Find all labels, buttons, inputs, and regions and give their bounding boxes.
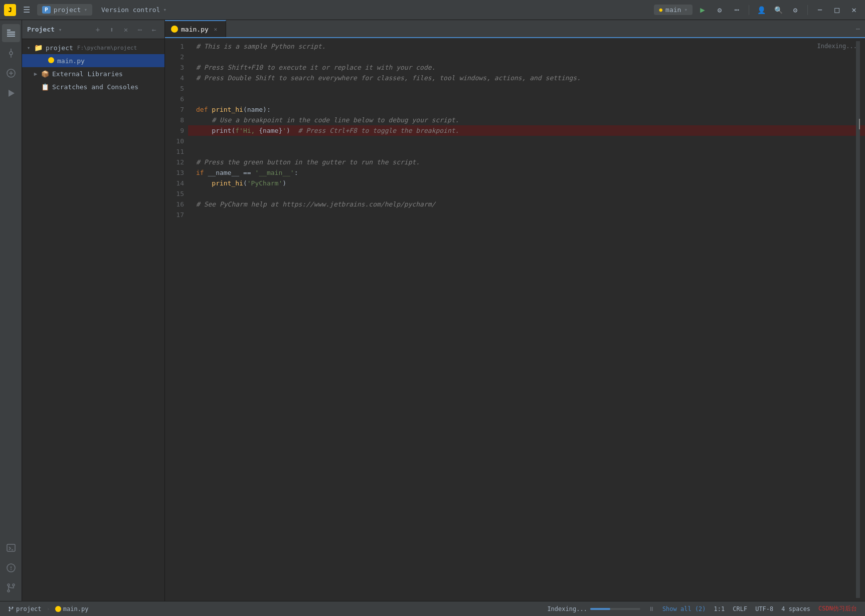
line-num-2: 2: [165, 52, 184, 62]
tree-item-scratches[interactable]: 📋 Scratches and Consoles: [22, 80, 164, 93]
activity-run-icon[interactable]: [2, 84, 20, 102]
hide-panel-button[interactable]: ←: [148, 24, 159, 35]
run-button[interactable]: ▶: [696, 3, 710, 17]
svg-point-18: [13, 584, 15, 586]
code-line-13: if __name__ == '__main__':: [188, 167, 865, 178]
code-line-4: # Press Double Shift to search everywher…: [188, 73, 865, 83]
keyword-def: def: [196, 106, 212, 113]
status-bar: project › main.py Indexing... ⏸ Show all…: [0, 601, 865, 616]
search-everywhere-button[interactable]: 🔍: [771, 3, 785, 17]
comment-9: # Press Ctrl+F8 to toggle the breakpoint…: [298, 127, 459, 134]
more-run-options[interactable]: ⋯: [730, 3, 744, 17]
app-logo: J: [4, 4, 16, 16]
close-panel-button[interactable]: ✕: [120, 24, 131, 35]
line-num-14: 14: [165, 178, 184, 188]
folder-icon: 📁: [34, 44, 43, 52]
title-bar: J ☰ P project ▾ Version control ▾ ● main…: [0, 0, 865, 20]
code-line-8: # Use a breakpoint in the code line belo…: [188, 115, 865, 125]
tab-python-icon: [171, 26, 178, 33]
activity-add-icon[interactable]: [2, 64, 20, 82]
str-main: '__main__': [255, 169, 294, 176]
call-print-hi: print_hi: [212, 179, 243, 187]
code-line-12: # Press the green button in the gutter t…: [188, 157, 865, 167]
tab-more-button[interactable]: ⋯: [851, 20, 865, 37]
comment-1: # This is a sample Python script.: [196, 43, 325, 50]
add-file-button[interactable]: +: [92, 24, 103, 35]
project-name: project: [54, 6, 81, 14]
code-line-6: [188, 94, 865, 104]
run-config-icon: ●: [659, 7, 662, 13]
code-line-1: # This is a sample Python script.: [188, 41, 865, 52]
manage-account-button[interactable]: 👤: [754, 3, 768, 17]
version-control-btn[interactable]: Version control ▾: [96, 4, 171, 16]
no-chevron: [39, 58, 46, 64]
line-num-11: 11: [165, 146, 184, 157]
git-branch-icon: [8, 606, 14, 612]
status-csdn: CSDN仿习后台: [814, 604, 861, 613]
tree-item-project[interactable]: ▾ 📁 project F:\pycharm\project: [22, 41, 164, 54]
svg-marker-10: [9, 90, 15, 97]
activity-git-icon[interactable]: [2, 579, 20, 597]
no-chevron2: [32, 84, 39, 90]
status-encoding[interactable]: UTF-8: [751, 601, 777, 617]
project-panel-chevron: ▾: [59, 27, 62, 33]
svg-rect-0: [7, 30, 11, 31]
status-indent[interactable]: 4 spaces: [777, 601, 814, 617]
debug-button[interactable]: ⚙: [713, 3, 727, 17]
code-line-3: # Press Shift+F10 to execute it or repla…: [188, 62, 865, 73]
colon-13: :: [294, 169, 298, 176]
svg-rect-2: [7, 34, 15, 35]
minimap-scrollbar[interactable]: [856, 41, 860, 598]
close-window-button[interactable]: ✕: [847, 3, 861, 17]
hamburger-menu[interactable]: ☰: [20, 3, 33, 17]
code-line-15: [188, 188, 865, 199]
comment-4: # Press Double Shift to search everywher…: [196, 74, 581, 82]
run-config[interactable]: ● main ▾: [654, 5, 693, 15]
panel-settings-button[interactable]: ⋯: [134, 24, 145, 35]
status-show-all[interactable]: Show all (2): [658, 605, 710, 612]
project-tree: ▾ 📁 project F:\pycharm\project main.py ▶…: [22, 39, 164, 601]
tab-main-py[interactable]: main.py ✕: [165, 20, 226, 37]
scroll-position-marker: [859, 119, 860, 129]
maximize-button[interactable]: □: [830, 3, 844, 17]
project-selector[interactable]: P project ▾: [37, 4, 92, 16]
comment-3: # Press Shift+F10 to execute it or repla…: [196, 64, 435, 71]
activity-terminal-icon[interactable]: [2, 539, 20, 557]
fstring-end: ': [282, 127, 286, 134]
tab-close-button[interactable]: ✕: [212, 25, 220, 33]
status-project[interactable]: project: [4, 601, 46, 617]
code-line-2: [188, 52, 865, 62]
paren-close: ):: [263, 106, 271, 113]
eq-13: ==: [239, 169, 255, 176]
line-num-10: 10: [165, 136, 184, 146]
collapse-all-button[interactable]: ⬆: [106, 24, 117, 35]
paren-open: (: [243, 106, 247, 113]
code-line-5: [188, 83, 865, 94]
minimize-button[interactable]: −: [813, 3, 827, 17]
tree-item-main-py[interactable]: main.py: [22, 54, 164, 67]
paren-14a: (: [243, 179, 247, 187]
status-py-icon: [55, 606, 61, 612]
status-line-ending[interactable]: CRLF: [729, 601, 751, 617]
status-position[interactable]: 1:1: [710, 601, 729, 617]
scratches-consoles-label: Scratches and Consoles: [52, 83, 138, 91]
main-area: Project ▾ + ⬆ ✕ ⋯ ← ▾ 📁 project F:\pycha…: [0, 20, 865, 601]
activity-commit-icon[interactable]: [2, 44, 20, 62]
settings-button[interactable]: ⚙: [788, 3, 802, 17]
external-libraries-label: External Libraries: [52, 70, 123, 78]
code-content[interactable]: Indexing... # This is a sample Python sc…: [188, 38, 865, 601]
code-editor[interactable]: 1 2 3 4 5 6 7 8 9 10 11 12 13 14 15 16 1…: [165, 38, 865, 601]
status-main-py[interactable]: main.py: [51, 601, 93, 617]
indexing-text: Indexing...: [547, 605, 587, 612]
tree-item-external-libs[interactable]: ▶ 📦 External Libraries: [22, 67, 164, 80]
activity-problems-icon[interactable]: [2, 559, 20, 577]
line-numbers: 1 2 3 4 5 6 7 8 9 10 11 12 13 14 15 16 1…: [165, 38, 188, 601]
editor-area: main.py ✕ ⋯ 1 2 3 4 5 6 7 8 9 10 11: [165, 20, 865, 601]
project-folder-name: project: [46, 44, 73, 52]
line-num-13: 13: [165, 167, 184, 178]
status-pause-btn[interactable]: ⏸: [644, 601, 658, 617]
line-num-4: 4: [165, 73, 184, 83]
svg-rect-3: [7, 36, 15, 37]
activity-project-icon[interactable]: [2, 24, 20, 42]
status-project-text: project: [16, 605, 42, 612]
